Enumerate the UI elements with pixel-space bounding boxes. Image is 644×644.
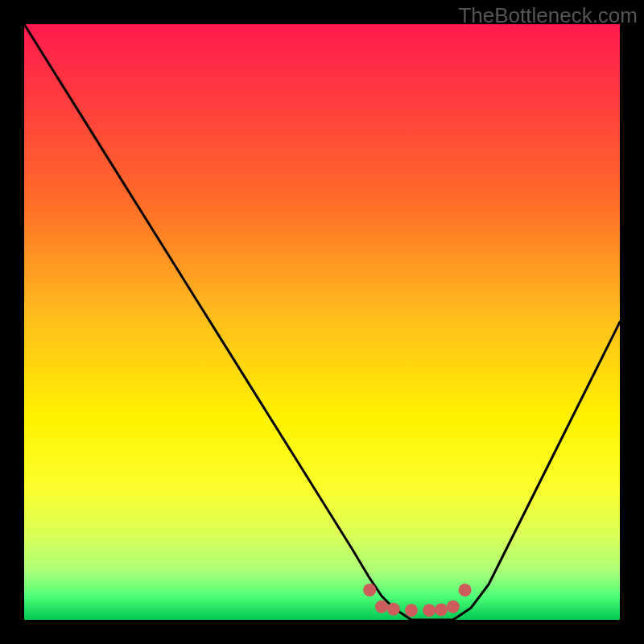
chart-svg (24, 24, 620, 620)
bottleneck-curve-line (24, 24, 620, 620)
watermark-text: TheBottleneck.com (458, 3, 638, 28)
plot-area (24, 24, 620, 620)
marker-dot (435, 603, 448, 616)
marker-dot (405, 604, 418, 617)
marker-dot (387, 603, 400, 616)
marker-dot (363, 584, 376, 597)
optimal-band-markers (363, 584, 471, 617)
marker-dot (447, 601, 460, 613)
chart-frame: TheBottleneck.com (0, 0, 644, 644)
marker-dot (423, 604, 436, 617)
marker-dot (459, 584, 472, 597)
marker-dot (375, 601, 388, 613)
